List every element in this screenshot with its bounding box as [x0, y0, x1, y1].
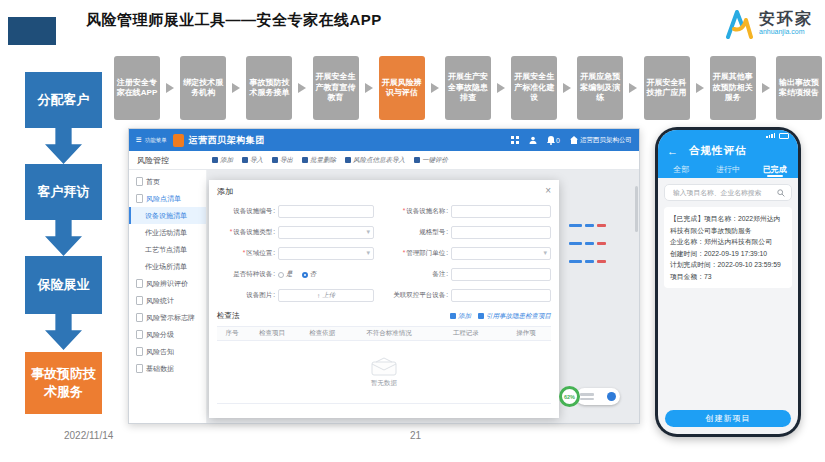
sidebar-item-home[interactable]: 首页 — [129, 173, 206, 190]
widget-dot-icon — [607, 392, 616, 401]
project-company: 企业名称：郑州达内科技有限公司 — [670, 236, 786, 248]
search-box[interactable] — [664, 184, 792, 201]
sidebar-item-base-data[interactable]: 基础数据 — [129, 360, 206, 377]
leftflow-step-insurance: 保险展业 — [25, 256, 102, 314]
slide: 风险管理师展业工具——安全专家在线APP 安环家 anhuanjia.com 注… — [0, 0, 825, 462]
grid-icon[interactable] — [511, 136, 519, 144]
table-row — [569, 224, 606, 227]
menu-label[interactable]: 功能菜单 — [145, 137, 167, 144]
evaluate-icon — [414, 157, 420, 163]
risk-table-import-button[interactable]: 风险点信息表导入 — [345, 156, 405, 165]
add-button[interactable]: 添加 — [212, 156, 233, 165]
desktop-app-screenshot: ≡ 功能菜单 运营西贝架构集团 0 运营西贝架构公司 风险管控 添加 导入 — [128, 128, 640, 424]
project-amount: 项目金额：73 — [670, 271, 786, 283]
company-switcher[interactable]: 运营西贝架构公司 — [570, 136, 632, 145]
back-arrow-icon[interactable]: ← — [667, 146, 678, 157]
one-click-evaluate-button[interactable]: 一键评价 — [414, 156, 448, 165]
arrow-right-icon — [497, 83, 505, 93]
device-code-input[interactable] — [278, 205, 374, 218]
search-input[interactable] — [671, 188, 774, 197]
export-icon — [272, 157, 278, 163]
document-icon — [136, 330, 143, 339]
arrow-right-icon — [762, 83, 770, 93]
radio-no-selected[interactable]: 否 — [302, 270, 317, 279]
image-upload-box[interactable]: ↑上传 — [278, 289, 374, 302]
home-icon — [570, 136, 578, 144]
empty-text: 暂无数据 — [371, 379, 397, 388]
tab-completed-active[interactable]: 已完成 — [751, 161, 798, 178]
vertical-scrollbar[interactable] — [635, 186, 638, 232]
hamburger-menu-icon[interactable]: ≡ — [136, 135, 142, 145]
flow-step-take-order: 事故预防技术服务接单 — [246, 56, 292, 120]
check-import-link[interactable]: 引用事故隐患检查项目 — [478, 312, 551, 321]
create-project-button[interactable]: 创建新项目 — [665, 410, 791, 427]
arrow-down-icon — [45, 128, 82, 164]
sidebar-item-risk-sign[interactable]: 风险警示标志牌 — [129, 309, 206, 326]
export-button-label: 导出 — [280, 156, 293, 165]
document-icon — [136, 296, 143, 305]
check-table-header: 序号 检查项目 检查依据 不符合标准情况 工程记录 操作项 — [217, 326, 551, 341]
arrow-right-icon — [365, 83, 373, 93]
floating-widget[interactable]: 62% — [559, 384, 623, 410]
tab-in-progress[interactable]: 进行中 — [705, 161, 752, 178]
sidebar-item-risk-evaluation[interactable]: 风险辨识评价 — [129, 275, 206, 292]
radio-yes[interactable]: 是 — [278, 270, 293, 279]
arrow-down-icon — [45, 220, 82, 256]
sidebar-item-process-node-list[interactable]: 工艺节点清单 — [129, 241, 206, 258]
area-location-select[interactable] — [278, 247, 374, 260]
trash-icon — [302, 157, 308, 163]
batch-delete-button[interactable]: 批量删除 — [302, 156, 336, 165]
mobile-app-screenshot: ← 合规性评估 全部 进行中 已完成 【已完成】项目名称：2022郑州达内科技有… — [655, 127, 801, 437]
arrow-right-icon — [232, 83, 240, 93]
slide-page-number: 21 — [410, 430, 421, 441]
project-created-time: 创建时间：2022-09-19 17:39:10 — [670, 248, 786, 260]
sidebar-item-activity-list[interactable]: 作业活动清单 — [129, 224, 206, 241]
sidebar-item-equipment-list[interactable]: 设备设施清单 — [129, 207, 206, 224]
spec-model-input[interactable] — [451, 226, 551, 239]
title-accent-block — [8, 17, 56, 45]
app-main-area: 添加 × 设备设施编号 设备设施名称 设备设施类型 规格型号 — [207, 170, 639, 423]
close-icon[interactable]: × — [545, 186, 551, 196]
document-icon — [136, 177, 143, 186]
table-row — [569, 260, 606, 263]
sidebar-item-risk-grading[interactable]: 风险分级 — [129, 326, 206, 343]
arrow-right-icon — [431, 83, 439, 93]
bell-icon[interactable]: 0 — [547, 136, 560, 145]
linked-device-input[interactable] — [451, 289, 551, 302]
sidebar-item-worksite-list[interactable]: 作业场所清单 — [129, 258, 206, 275]
project-list-item[interactable]: 【已完成】项目名称：2022郑州达内科技有限公司事故预防服务 企业名称：郑州达内… — [664, 207, 792, 288]
document-icon — [136, 347, 143, 356]
remark-input[interactable] — [451, 268, 551, 281]
flow-step-emergency-plan: 开展应急预案编制及演练 — [577, 56, 623, 120]
manage-dept-select[interactable] — [451, 247, 551, 260]
tab-all[interactable]: 全部 — [658, 161, 705, 178]
mobile-tabs: 全部 进行中 已完成 — [658, 161, 798, 178]
document-icon — [136, 364, 143, 373]
widget-pill — [576, 388, 620, 405]
user-icon[interactable] — [529, 136, 537, 144]
app-header: ≡ 功能菜单 运营西贝架构集团 0 运营西贝架构公司 — [129, 129, 639, 151]
app-title: 运营西贝架构集团 — [189, 134, 265, 147]
flow-step-tech-promotion: 开展安全科技推广应用 — [644, 56, 690, 120]
brand-domain: anhuanjia.com — [759, 28, 813, 36]
risk-table-import-label: 风险点信息表导入 — [353, 156, 405, 165]
import-icon — [478, 313, 484, 319]
device-name-input[interactable] — [451, 205, 551, 218]
import-button[interactable]: 导入 — [242, 156, 263, 165]
status-bar — [658, 130, 798, 141]
device-type-select[interactable] — [278, 226, 374, 239]
table-import-icon — [345, 157, 351, 163]
flow-step-risk-assessment-highlighted: 开展风险辨识与评估 — [379, 56, 425, 120]
module-label: 风险管控 — [137, 155, 203, 166]
arrow-right-icon — [696, 83, 704, 93]
check-add-link[interactable]: 添加 — [450, 312, 471, 321]
empty-envelope-icon — [371, 357, 397, 376]
flow-step-register: 注册安全专家在线APP — [114, 56, 160, 120]
field-label-device-name: 设备设施名称 — [378, 207, 448, 216]
anhuanjia-logo-icon — [721, 7, 755, 39]
field-label-remark: 备注 — [378, 270, 448, 279]
sidebar-item-risk-notice[interactable]: 风险告知 — [129, 343, 206, 360]
sidebar-item-risk-statistics[interactable]: 风险统计 — [129, 292, 206, 309]
export-button[interactable]: 导出 — [272, 156, 293, 165]
sidebar-item-risk-point-list[interactable]: 风险点清单 — [129, 190, 206, 207]
